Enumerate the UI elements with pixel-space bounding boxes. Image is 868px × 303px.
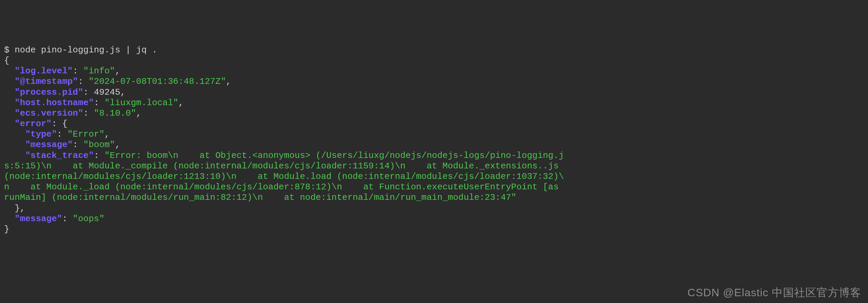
watermark-text: CSDN @Elastic 中国社区官方博客	[688, 286, 861, 299]
json-close-brace: }	[4, 224, 9, 234]
json-value-error-type: "Error"	[67, 129, 104, 139]
json-key-ecs-version: "ecs.version"	[15, 108, 83, 118]
json-key-timestamp: "@timestamp"	[15, 76, 78, 87]
json-key-log-level: "log.level"	[15, 66, 73, 76]
json-key-error-type: "type"	[25, 129, 57, 139]
json-value-timestamp: "2024-07-08T01:36:48.127Z"	[89, 76, 226, 87]
json-value-log-level: "info"	[83, 66, 115, 76]
json-value-message: "oops"	[73, 214, 105, 224]
terminal-output: $ node pino-logging.js | jq . { "log.lev…	[4, 45, 864, 235]
json-key-error-message: "message"	[25, 140, 72, 150]
json-value-ecs-version: "8.10.0"	[94, 108, 136, 118]
json-key-message: "message"	[15, 214, 62, 224]
shell-command: node pino-logging.js | jq .	[15, 45, 157, 55]
json-value-host-hostname: "liuxgm.local"	[104, 98, 178, 108]
json-key-error-stack-trace: "stack_trace"	[25, 150, 94, 161]
json-value-process-pid: 49245	[94, 87, 120, 97]
json-key-process-pid: "process.pid"	[15, 87, 83, 97]
json-key-error: "error"	[15, 119, 51, 129]
json-open-brace: {	[4, 55, 9, 66]
json-value-error-message: "boom"	[83, 140, 115, 150]
json-key-host-hostname: "host.hostname"	[15, 98, 94, 108]
shell-prompt: $	[4, 45, 15, 55]
